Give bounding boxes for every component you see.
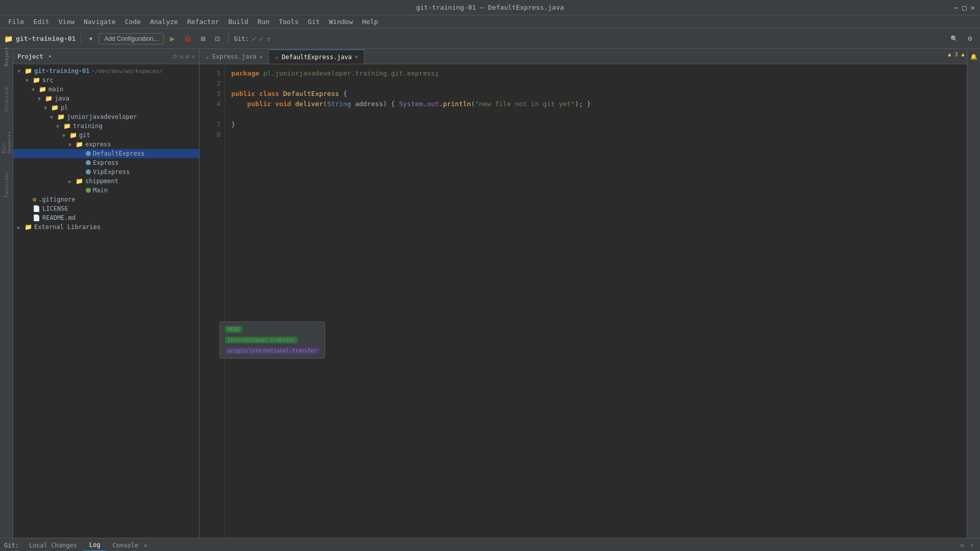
menu-tools[interactable]: Tools [275, 17, 303, 27]
tree-label-src: src [42, 77, 54, 84]
sidebar-structure-icon[interactable]: Structure [1, 94, 12, 105]
tree-label-license: LICENSE [42, 205, 68, 212]
tree-gitignore[interactable]: ⚙ .gitignore [13, 195, 199, 204]
bottom-panel: Git: Local Changes Log Console × ⚙ × ◀ [0, 538, 980, 551]
code-line-7: } [231, 119, 961, 130]
profile-button[interactable]: ⊡ [212, 34, 223, 44]
tree-label-gitignore: .gitignore [38, 196, 75, 203]
git-check2: ✓ [259, 35, 263, 43]
folder-icon-root: 📁 [24, 67, 32, 74]
tree-label-readme: README.md [42, 214, 76, 221]
sidebar-pull-requests-icon[interactable]: Pull Requests [1, 137, 12, 148]
tab-console-close[interactable]: × [144, 543, 147, 548]
tab-express[interactable]: ☕ Express.java × [200, 49, 269, 64]
menu-build[interactable]: Build [224, 17, 252, 27]
git-prefix-label: Git: [4, 542, 19, 549]
tree-src[interactable]: ▼ 📁 src [13, 76, 199, 85]
tree-training[interactable]: ▼ 📁 training [13, 121, 199, 131]
code-content[interactable]: package pl.juniorjavadeveloper.training.… [225, 64, 967, 538]
tab-local-changes[interactable]: Local Changes [23, 540, 83, 551]
run-config-dropdown[interactable]: ▾ [86, 34, 95, 44]
menu-analyze[interactable]: Analyze [146, 17, 182, 27]
tree-label-jjd: juniorjavadeveloper [67, 113, 137, 120]
tab-label-express: Express.java [212, 53, 257, 60]
menu-navigate[interactable]: Navigate [80, 17, 120, 27]
tree-main[interactable]: ▼ 📁 main [13, 85, 199, 94]
menu-run[interactable]: Run [253, 17, 273, 27]
toolbar-separator [81, 33, 81, 45]
tree-arrow-git: ▼ [62, 133, 68, 138]
close-panel-icon[interactable]: × [191, 53, 195, 60]
folder-icon-git: 📁 [69, 132, 77, 139]
menu-file[interactable]: File [4, 17, 28, 27]
tree-license[interactable]: 📄 LICENSE [13, 204, 199, 213]
tab-label-defaultexpress: DefaultExpress.java [282, 54, 352, 61]
tree-main-file[interactable]: Main [13, 186, 199, 195]
tree-shippment[interactable]: ▶ 📁 shippment [13, 177, 199, 186]
debug-button[interactable]: 🐞 [181, 34, 194, 44]
tab-log[interactable]: Log [83, 539, 107, 552]
maximize-button[interactable]: □ [962, 4, 966, 12]
tree-readme[interactable]: 📄 README.md [13, 213, 199, 222]
toolbar: 📁 git-training-01 ▾ Add Configuration...… [0, 29, 980, 49]
tree-express[interactable]: ▼ 📁 express [13, 140, 199, 149]
tree-label-pl: pl [61, 104, 68, 111]
tree-label-training: training [73, 122, 103, 130]
run-button[interactable]: ▶ [167, 34, 178, 44]
folder-icon-jjd: 📁 [57, 113, 65, 120]
project-panel-dropdown[interactable]: ▾ [48, 53, 52, 60]
tree-java[interactable]: ▼ 📁 java [13, 94, 199, 103]
code-editor[interactable]: 1 2 3 4 7 8 package pl.juniorjavadevelop… [200, 64, 967, 538]
tree-pl[interactable]: ▼ 📁 pl [13, 103, 199, 112]
collapse-all-icon[interactable]: ≡ [180, 53, 183, 60]
tree-label-java: java [55, 95, 69, 102]
project-panel-header: Project ▾ ⟳ ≡ ⚙ × [13, 49, 199, 64]
settings-icon[interactable]: ⚙ [186, 53, 189, 60]
tab-console-label: Console [113, 542, 139, 549]
window-controls[interactable]: − □ × [954, 4, 975, 12]
tree-defaultexpress[interactable]: DefaultExpress [13, 149, 199, 158]
tab-close-express[interactable]: × [259, 54, 262, 60]
sync-icon[interactable]: ⟳ [173, 53, 178, 60]
close-button[interactable]: × [971, 4, 975, 12]
menu-help[interactable]: Help [358, 17, 382, 27]
add-configuration-button[interactable]: Add Configuration... [99, 33, 164, 44]
project-panel-icons: ⟳ ≡ ⚙ × [173, 53, 195, 60]
tab-console[interactable]: Console × [107, 540, 154, 551]
tree-expressfile[interactable]: Express [13, 158, 199, 167]
tree-label-express: express [85, 141, 111, 148]
settings-button[interactable]: ⚙ [964, 34, 976, 44]
folder-icon-extlibs: 📁 [24, 223, 32, 231]
tree-jjd[interactable]: ▼ 📁 juniorjavadeveloper [13, 112, 199, 121]
coverage-button[interactable]: ⊞ [198, 34, 209, 44]
menu-refactor[interactable]: Refactor [183, 17, 224, 27]
notifications-icon[interactable]: 🔔 [968, 51, 979, 62]
file-icon-license: 📄 [33, 205, 40, 212]
settings-icon-bottom[interactable]: ⚙ [959, 541, 966, 550]
tab-close-defaultexpress[interactable]: × [355, 54, 358, 60]
search-everywhere-button[interactable]: 🔍 [947, 34, 961, 44]
tree-extlibs[interactable]: ▶ 📁 External Libraries [13, 222, 199, 232]
java-file-icon-main [86, 188, 91, 193]
tree-root[interactable]: ▼ 📁 git-training-01 ~/dev/dev/workspaces… [13, 66, 199, 76]
tab-defaultexpress[interactable]: ☕ DefaultExpress.java × [269, 49, 364, 64]
menu-edit[interactable]: Edit [29, 17, 53, 27]
sidebar-favorites-icon[interactable]: Favorites [1, 180, 12, 191]
git-up-arrow: ↑ [266, 35, 271, 43]
left-sidebar: Project Structure Pull Requests Favorite… [0, 49, 13, 538]
minimize-button[interactable]: − [954, 4, 958, 12]
toolbar-separator-2 [228, 33, 229, 45]
tree-arrow-shippment: ▶ [68, 179, 75, 184]
menu-git[interactable]: Git [304, 17, 324, 27]
menu-window[interactable]: Window [325, 17, 357, 27]
tree-git[interactable]: ▼ 📁 git [13, 131, 199, 140]
java-file-icon-express [86, 160, 91, 165]
close-icon-bottom[interactable]: × [968, 541, 976, 550]
menu-view[interactable]: View [55, 17, 79, 27]
sidebar-project-icon[interactable]: Project [1, 51, 12, 62]
tree-arrow-training: ▼ [56, 123, 62, 129]
menu-code[interactable]: Code [121, 17, 145, 27]
tree-vipexpress[interactable]: VipExpress [13, 167, 199, 177]
folder-icon-express: 📁 [76, 141, 83, 148]
folder-icon-src: 📁 [33, 77, 40, 84]
